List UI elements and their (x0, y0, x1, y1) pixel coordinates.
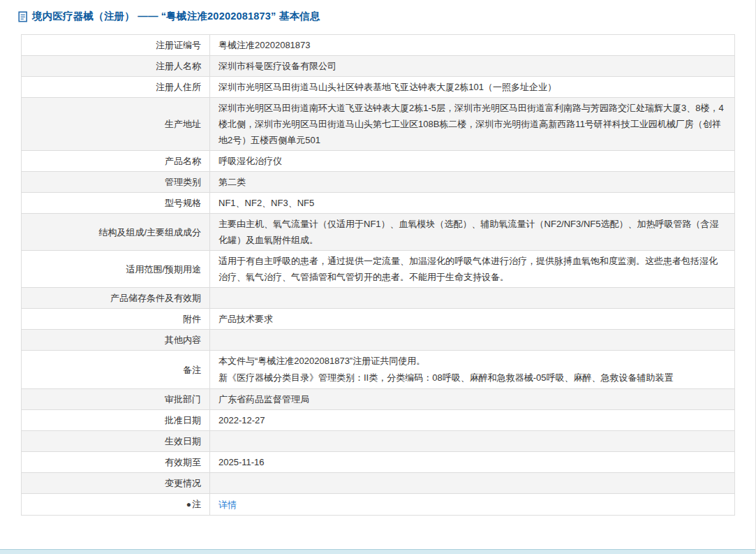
row-value (210, 288, 735, 309)
row-label: 批准日期 (22, 410, 210, 431)
row-label: 注册证编号 (22, 35, 210, 56)
row-value: 本文件与“粤械注准20202081873”注册证共同使用。新《医疗器械分类目录》… (210, 351, 735, 389)
note-icon: ● (186, 500, 191, 509)
row-label: 注册人名称 (22, 56, 210, 77)
row-label: 有效期至 (22, 452, 210, 473)
row-label: 其他内容 (22, 330, 210, 351)
row-value: 主要由主机、氧气流量计（仅适用于NF1）、血氧模块（选配）、辅助氧流量计（NF2… (210, 214, 735, 251)
row-label: 注册人住所 (22, 77, 210, 98)
table-row: 注册人名称深圳市科曼医疗设备有限公司 (22, 56, 735, 77)
table-row: 产品名称呼吸湿化治疗仪 (22, 151, 735, 172)
footer-bar (0, 549, 755, 554)
row-label: 附件 (22, 309, 210, 330)
table-row: 结构及组成/主要组成成分主要由主机、氧气流量计（仅适用于NF1）、血氧模块（选配… (22, 214, 735, 251)
table-row: 备注本文件与“粤械注准20202081873”注册证共同使用。新《医疗器械分类目… (22, 351, 735, 389)
row-label: 生产地址 (22, 98, 210, 151)
registration-page: 境内医疗器械（注册） —— “粤械注准20202081873” 基本信息 注册证… (0, 0, 756, 554)
row-value: 广东省药品监督管理局 (210, 389, 735, 410)
row-label: 型号规格 (22, 193, 210, 214)
row-value: 第二类 (210, 172, 735, 193)
row-value: 粤械注准20202081873 (210, 35, 735, 56)
table-row: 管理类别第二类 (22, 172, 735, 193)
row-value (210, 431, 735, 452)
row-label: 管理类别 (22, 172, 210, 193)
row-value (210, 330, 735, 351)
row-label: 产品储存条件及有效期 (22, 288, 210, 309)
row-label: ●注 (22, 494, 210, 516)
row-value: 2025-11-16 (210, 452, 735, 473)
row-label: 审批部门 (22, 389, 210, 410)
detail-link[interactable]: 详情 (218, 500, 237, 510)
value-line: 本文件与“粤械注准20202081873”注册证共同使用。 (218, 353, 726, 370)
row-value: 深圳市科曼医疗设备有限公司 (210, 56, 735, 77)
row-value: 产品技术要求 (210, 309, 735, 330)
row-value: 深圳市光明区马田街道南环大道飞亚达钟表大厦2栋1-5层，深圳市光明区马田街道富利… (210, 98, 735, 151)
row-label: 变更情况 (22, 473, 210, 494)
row-value (210, 473, 735, 494)
table-row: 批准日期2022-12-27 (22, 410, 735, 431)
table-row: 生效日期 (22, 431, 735, 452)
row-label: 产品名称 (22, 151, 210, 172)
page-title: 境内医疗器械（注册） —— “粤械注准20202081873” 基本信息 (32, 10, 320, 23)
value-line: 新《医疗器械分类目录》管理类别：II类，分类编码：08呼吸、麻醉和急救器械-05… (218, 370, 726, 386)
table-row: 生产地址深圳市光明区马田街道南环大道飞亚达钟表大厦2栋1-5层，深圳市光明区马田… (22, 98, 735, 151)
table-row: 注册人住所深圳市光明区马田街道马山头社区钟表基地飞亚达钟表大厦2栋101（一照多… (22, 77, 735, 98)
table-row: ●注详情 (22, 494, 735, 516)
table-row: 其他内容 (22, 330, 735, 351)
row-value: 详情 (210, 494, 735, 516)
info-table: 注册证编号粤械注准20202081873注册人名称深圳市科曼医疗设备有限公司注册… (21, 34, 735, 516)
row-value: 深圳市光明区马田街道马山头社区钟表基地飞亚达钟表大厦2栋101（一照多址企业） (210, 77, 735, 98)
row-label: 生效日期 (22, 431, 210, 452)
page-header: 境内医疗器械（注册） —— “粤械注准20202081873” 基本信息 (0, 0, 755, 31)
row-value: NF1、NF2、NF3、NF5 (210, 193, 735, 214)
table-row: 注册证编号粤械注准20202081873 (22, 35, 735, 56)
row-value: 适用于有自主呼吸的患者，通过提供一定流量、加温湿化的呼吸气体进行治疗，提供脉搏血… (210, 251, 735, 288)
row-label: 适用范围/预期用途 (22, 251, 210, 288)
table-row: 附件产品技术要求 (22, 309, 735, 330)
table-row: 有效期至2025-11-16 (22, 452, 735, 473)
table-row: 型号规格NF1、NF2、NF3、NF5 (22, 193, 735, 214)
table-row: 变更情况 (22, 473, 735, 494)
row-value: 呼吸湿化治疗仪 (210, 151, 735, 172)
table-row: 适用范围/预期用途适用于有自主呼吸的患者，通过提供一定流量、加温湿化的呼吸气体进… (22, 251, 735, 288)
info-table-body: 注册证编号粤械注准20202081873注册人名称深圳市科曼医疗设备有限公司注册… (22, 35, 735, 516)
row-label: 结构及组成/主要组成成分 (22, 214, 210, 251)
table-row: 产品储存条件及有效期 (22, 288, 735, 309)
document-icon (18, 11, 28, 22)
row-label: 备注 (22, 351, 210, 389)
row-value: 2022-12-27 (210, 410, 735, 431)
table-row: 审批部门广东省药品监督管理局 (22, 389, 735, 410)
